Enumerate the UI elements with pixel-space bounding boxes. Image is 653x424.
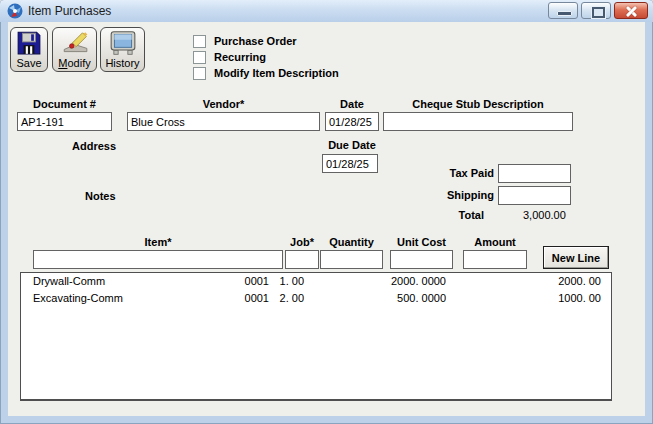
purchase-order-checkbox[interactable]: [193, 35, 206, 48]
total-label: Total: [394, 209, 484, 221]
row-item-name: Excavating-Comm: [33, 292, 123, 304]
recurring-option: Recurring: [193, 50, 266, 64]
app-logo-icon: [7, 3, 23, 19]
notes-label: Notes: [85, 190, 116, 202]
purchase-order-label: Purchase Order: [214, 35, 297, 47]
shipping-label: Shipping: [394, 189, 494, 201]
item-column-header: Item*: [33, 236, 283, 248]
window-controls: [548, 2, 648, 19]
title-bar[interactable]: Item Purchases: [0, 0, 653, 22]
minimize-icon: [557, 11, 572, 16]
vendor-label: Vendor*: [127, 98, 320, 110]
modify-item-description-checkbox[interactable]: [193, 67, 206, 80]
shipping-field[interactable]: [498, 186, 571, 205]
document-number-field[interactable]: [17, 112, 112, 131]
purchase-order-option: Purchase Order: [193, 34, 297, 48]
row-quantity: 2. 00: [236, 292, 304, 304]
tax-paid-label: Tax Paid: [394, 167, 494, 179]
cheque-stub-description-field[interactable]: [383, 112, 573, 131]
line-item-row[interactable]: Drywall-Comm 0001 1. 00 2000. 0000 2000.…: [21, 275, 611, 290]
amount-column-header: Amount: [463, 236, 527, 248]
modify-item-description-option: Modify Item Description: [193, 66, 339, 80]
due-date-field[interactable]: [322, 154, 378, 173]
document-number-label: Document #: [17, 98, 112, 110]
address-label: Address: [72, 140, 116, 152]
row-unit-cost: 500. 0000: [336, 292, 446, 304]
job-column-header: Job*: [285, 236, 319, 248]
unit-cost-entry-field[interactable]: [390, 250, 453, 269]
save-button-label: Save: [16, 57, 41, 70]
save-button[interactable]: Save: [10, 27, 48, 72]
window-title: Item Purchases: [28, 4, 111, 18]
row-unit-cost: 2000. 0000: [336, 275, 446, 287]
row-item-name: Drywall-Comm: [33, 275, 105, 287]
amount-entry-field[interactable]: [463, 250, 527, 269]
line-items-list[interactable]: Drywall-Comm 0001 1. 00 2000. 0000 2000.…: [20, 272, 612, 401]
due-date-label: Due Date: [322, 139, 382, 151]
recurring-checkbox[interactable]: [193, 51, 206, 64]
close-button[interactable]: [614, 2, 648, 19]
item-entry-field[interactable]: [33, 250, 283, 269]
row-amount: 2000. 00: [491, 275, 601, 287]
modify-button-label: Modify: [58, 57, 90, 70]
line-item-row[interactable]: Excavating-Comm 0001 2. 00 500. 0000 100…: [21, 292, 611, 307]
item-purchases-window: Item Purchases Save: [0, 0, 653, 424]
maximize-icon: [592, 7, 605, 18]
modify-button[interactable]: Modify: [52, 27, 97, 72]
job-entry-field[interactable]: [285, 250, 319, 269]
tax-paid-field[interactable]: [498, 164, 571, 183]
date-label: Date: [325, 98, 379, 110]
total-value: 3,000.00: [523, 209, 566, 221]
date-field[interactable]: [325, 112, 379, 131]
cheque-stub-description-label: Cheque Stub Description: [383, 98, 573, 110]
quantity-entry-field[interactable]: [320, 250, 383, 269]
monitor-icon: [109, 28, 137, 57]
unit-cost-column-header: Unit Cost: [390, 236, 453, 248]
vendor-field[interactable]: [127, 112, 320, 131]
floppy-disk-icon: [16, 28, 42, 57]
minimize-button[interactable]: [548, 2, 578, 19]
history-button[interactable]: History: [100, 27, 145, 72]
new-line-button[interactable]: New Line: [543, 246, 609, 269]
quantity-column-header: Quantity: [320, 236, 383, 248]
pencil-icon: [61, 28, 89, 57]
form-area: Save Modify: [8, 22, 645, 416]
history-button-label: History: [105, 57, 139, 70]
maximize-button[interactable]: [581, 2, 611, 19]
row-quantity: 1. 00: [236, 275, 304, 287]
recurring-label: Recurring: [214, 51, 266, 63]
row-amount: 1000. 00: [491, 292, 601, 304]
modify-item-description-label: Modify Item Description: [214, 67, 339, 79]
